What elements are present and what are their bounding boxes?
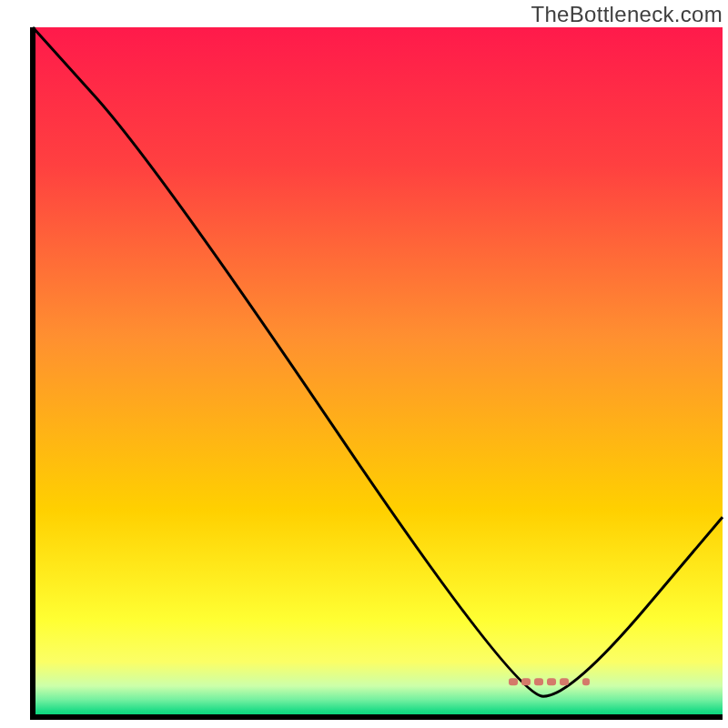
svg-rect-5 [582,678,590,685]
plot-background [33,27,723,717]
svg-rect-1 [521,678,531,685]
svg-rect-2 [534,678,543,685]
svg-rect-4 [560,678,569,685]
svg-rect-0 [509,678,518,685]
chart-stage: TheBottleneck.com [0,0,728,728]
bottleneck-chart [0,0,728,728]
svg-rect-3 [547,678,556,685]
